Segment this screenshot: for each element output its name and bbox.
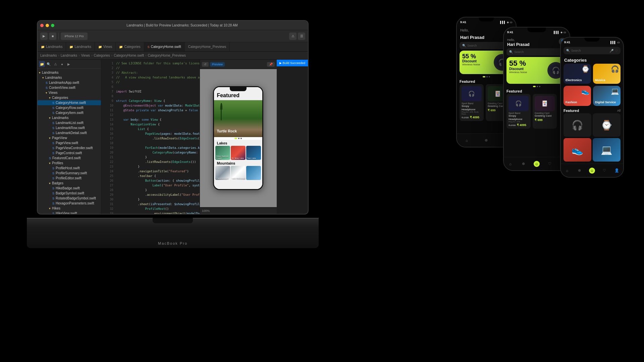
editor-tabs: 📁 Landmarks 📁 Landmarks 📁 Views 📁 Catego…	[38, 42, 308, 52]
category-fashion[interactable]: 👟 Fashion	[564, 86, 591, 106]
discount-label: Discount	[509, 67, 527, 71]
debug-icon[interactable]: ▶	[66, 61, 72, 67]
sidebar-item-hikes[interactable]: ▾ Hikes	[38, 206, 101, 211]
product-row: 🎧 Sport Band Snopy Headphone Plug for: 1…	[504, 94, 570, 130]
sidebar-item-profiles[interactable]: ▾ Profiles	[38, 161, 101, 166]
code-line: 17 .listRowInsets(EdgeInsets())	[101, 136, 200, 141]
category-label: Fashion	[566, 101, 577, 104]
sidebar-item-contentview[interactable]: S ContentView.swift	[38, 85, 101, 90]
sidebar-item-categoryitem[interactable]: S CategoryItem.swift	[38, 110, 101, 115]
nav-search[interactable]: ⊕	[483, 137, 489, 143]
tab-categoryhome[interactable]: S CategoryHome.swift	[144, 42, 185, 51]
debug-area[interactable]: ☰	[298, 33, 305, 40]
section-all-link[interactable]: All	[617, 109, 621, 112]
sidebar-item-pageview[interactable]: ▾ PageView	[38, 135, 101, 140]
tab-landmarks[interactable]: 📁 Landmarks	[38, 42, 66, 51]
sidebar-item-landmarks[interactable]: ▾ Landmarks	[38, 75, 101, 80]
file-navigator-icon[interactable]: 📁	[39, 61, 45, 67]
code-line: 33 .environmentObject(modelData)	[101, 211, 200, 214]
home-icon: ⌂	[507, 161, 514, 167]
issues-icon[interactable]: ⚠	[52, 61, 58, 67]
sidebar-item-badges[interactable]: ▾ Badges	[38, 181, 101, 186]
sidebar-item-landmarks-folder[interactable]: ▾ Landmarks	[38, 115, 101, 120]
tab-previews[interactable]: CategoryHome_Previews	[185, 42, 230, 51]
sidebar-item-pageviewswift[interactable]: S PageView.swift	[38, 140, 101, 145]
nav-heart[interactable]: ♡	[547, 161, 553, 167]
nav-search[interactable]: ⊕	[577, 168, 583, 174]
sidebar-item-badgesymbol[interactable]: S BadgeSymbol.swift	[38, 191, 101, 196]
tab-categories[interactable]: 📁 Categories	[116, 42, 144, 51]
phone-notch	[585, 38, 600, 42]
preview-pin-button[interactable]: 📌	[267, 62, 275, 67]
sidebar-item-landmarksapp[interactable]: S LandmarksApp.swift	[38, 80, 101, 85]
swift-file-icon: S	[52, 202, 54, 205]
featured-item[interactable]: 🎧	[564, 113, 591, 137]
preview-refresh-button[interactable]: ↺	[202, 62, 209, 67]
sidebar-item-pagecontrol[interactable]: S PageControl.swift	[38, 150, 101, 156]
sidebar-item-hikebadge[interactable]: S HikeBadge.swift	[38, 186, 101, 191]
iphone-mid-screen: 9:41 ▌▌▌ ◈ ▭ Hello, Hari Prasad 👤	[504, 27, 570, 170]
run-button[interactable]: ▶	[40, 33, 48, 40]
scheme-selector[interactable]: iPhone 12 Pro	[61, 33, 88, 40]
close-button[interactable]	[40, 24, 44, 27]
sidebar-item-landmarks-project[interactable]: ▾ Landmarks	[38, 70, 101, 75]
sidebar-item-landmarkdetail[interactable]: S LandmarkDetail.swift	[38, 130, 101, 135]
preview-live-button[interactable]: Preview	[210, 62, 225, 67]
nav-home[interactable]: ⌂	[564, 168, 570, 174]
nav-home[interactable]: ⌂	[507, 161, 514, 167]
sidebar-item-profileeditor[interactable]: S ProfileEditor.swift	[38, 176, 101, 181]
build-status: ▶ Build Succeeded	[279, 61, 305, 65]
sidebar-item-categoryrow[interactable]: S CategoryRow.swift	[38, 105, 101, 110]
breakpoints-icon[interactable]: ●	[59, 61, 65, 67]
sidebar-item-label: LandmarksApp.swift	[49, 81, 79, 84]
code-editor[interactable]: 1 // See LICENSE folder for this sample'…	[101, 60, 200, 214]
tab-landmarks2[interactable]: 📁 Landmarks	[66, 42, 95, 51]
macbook-hinge-notch	[153, 218, 193, 223]
minimize-button[interactable]	[46, 24, 49, 27]
product-card[interactable]: 🃏 Greeting Card Greeting Card ₹ 699	[533, 94, 557, 129]
featured-item[interactable]: 👟	[564, 138, 591, 162]
featured-item[interactable]: ⌚	[593, 113, 621, 137]
nav-search[interactable]: ⊕	[521, 161, 527, 167]
stop-button[interactable]: ■	[49, 33, 56, 40]
category-digital[interactable]: 💻 Digital Service	[593, 86, 621, 106]
product-card[interactable]: 🎧 Sport Band Snopy Headphone Plug for: 1…	[506, 94, 531, 129]
search-bar[interactable]: 🔍 Search 🎤 ♡	[564, 47, 621, 54]
product-image: 🃏	[535, 96, 555, 111]
sidebar-item-profilesummary[interactable]: S ProfileSummary.swift	[38, 171, 101, 176]
sidebar-item-profilehost[interactable]: S ProfileHost.swift	[38, 166, 101, 171]
sidebar-item-landmarklist[interactable]: S LandmarkList.swift	[38, 120, 101, 125]
banner-card: 55 % Discount Wireless Noise 🎧	[506, 57, 567, 84]
nav-user[interactable]: 👤	[614, 168, 620, 174]
issue-navigator[interactable]: ⚠	[289, 33, 297, 40]
sidebar-item-landmarkrow[interactable]: S LandmarkRow.swift	[38, 125, 101, 130]
product-card[interactable]: 🎧 Sport Band Snopy Headphone Plug for: 1…	[460, 84, 484, 121]
sidebar-item-featuredcard[interactable]: S FeaturedCard.swift	[38, 156, 101, 161]
nav-heart[interactable]: ♡	[601, 168, 607, 174]
sidebar-item-hexagonparams[interactable]: S HexagonParameters.swift	[38, 201, 101, 206]
file-navigator: 📁 🔍 ⚠ ● ▶ ▾ Landmarks ▾ Landmarks	[38, 60, 101, 214]
code-line: 24 .navigationTitle("Featured")	[101, 169, 200, 174]
search-navigator-icon[interactable]: 🔍	[46, 61, 52, 67]
mic-icon: 🎤	[609, 49, 613, 53]
nav-profile[interactable]: ☺	[534, 161, 540, 167]
category-musica[interactable]: 🎧 Musica	[593, 64, 621, 84]
sidebar-item-categoryhome[interactable]: S CategoryHome.swift	[38, 100, 101, 105]
maximize-button[interactable]	[51, 24, 54, 27]
search-bar[interactable]: 🔍 Search 🎤	[506, 48, 567, 56]
nav-home[interactable]: ⌂	[464, 137, 470, 143]
sidebar-item-categories[interactable]: ▾ Categories	[38, 95, 101, 100]
battery-icon: ▭	[564, 31, 566, 34]
swift-file-icon: S	[46, 81, 48, 84]
featured-item[interactable]: 💻	[593, 138, 621, 162]
sidebar-item-views[interactable]: ▾ Views	[38, 90, 101, 95]
category-electronics[interactable]: ⌚ Electronics	[564, 64, 591, 84]
swift-file-icon: S	[52, 106, 54, 110]
sidebar-item-hikeview[interactable]: S HikeView.swift	[38, 211, 101, 214]
sidebar-item-rotatedbadge[interactable]: S RotatedBadgeSymbol.swift	[38, 196, 101, 201]
time-display: 9:41	[507, 31, 513, 34]
nav-cart[interactable]: ☺	[589, 168, 595, 174]
code-line: 1 // See LICENSE folder for this sample'…	[101, 61, 200, 66]
tab-views[interactable]: 📁 Views	[95, 42, 116, 51]
sidebar-item-pageviewcontroller[interactable]: S PageViewController.swift	[38, 145, 101, 150]
